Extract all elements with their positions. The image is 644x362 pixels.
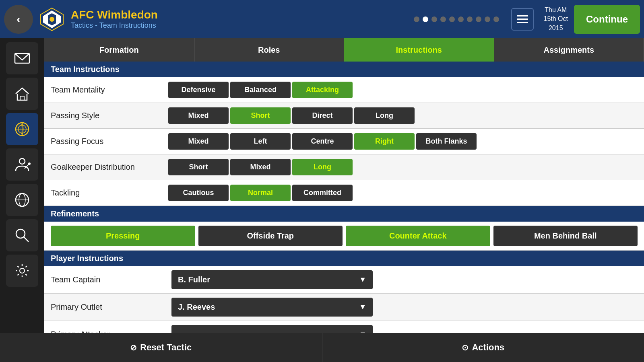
option-btn-right[interactable]: Right [354,133,415,150]
row-label: Passing Style [44,111,165,120]
page-dot-6[interactable] [467,16,473,22]
option-btn-long[interactable]: Long [292,159,353,175]
row-label: Tackling [44,188,165,197]
sidebar [0,38,44,333]
instruction-row: Passing FocusMixedLeftCentreRightBoth Fl… [44,129,644,154]
page-dot-8[interactable] [485,16,490,22]
player-dropdown[interactable]: -▼ [171,325,373,333]
tabs-bar: FormationRolesInstructionsAssignments [44,38,644,62]
team-instructions-header: Team Instructions [44,62,644,77]
refinement-btn-counter-attack[interactable]: Counter Attack [346,226,490,246]
option-btn-mixed[interactable]: Mixed [168,133,229,150]
player-row: Primary OutletJ. Reeves▼ [44,294,644,321]
sidebar-item-search[interactable] [6,219,38,251]
chevron-down-icon: ▼ [359,330,366,333]
reset-tactic-button[interactable]: ⊘ Reset Tactic [0,333,322,362]
date-line2: 15th Oct [544,14,568,23]
instruction-rows: Team MentalityDefensiveBalancedAttacking… [44,77,644,206]
player-instructions-header: Player Instructions [44,251,644,266]
instruction-row: Passing StyleMixedShortDirectLong [44,103,644,129]
sidebar-item-world[interactable] [6,184,38,216]
inner-content: Team Instructions Team MentalityDefensiv… [44,62,644,333]
reset-label: Reset Tactic [140,342,192,353]
player-dropdown[interactable]: J. Reeves▼ [171,298,373,317]
player-row: Team CaptainB. Fuller▼ [44,266,644,294]
sidebar-item-home[interactable] [6,78,38,110]
option-group: MixedLeftCentreRightBoth Flanks [165,130,644,153]
back-icon: ‹ [17,13,20,26]
player-rows: Team CaptainB. Fuller▼Primary OutletJ. R… [44,266,644,333]
actions-icon: ⊙ [462,343,469,352]
option-btn-short[interactable]: Short [230,107,291,124]
club-name: AFC Wimbledon [71,8,406,21]
option-btn-short[interactable]: Short [168,159,229,175]
bottom-bar: ⊘ Reset Tactic ⊙ Actions [0,333,644,362]
option-btn-attacking[interactable]: Attacking [292,82,353,98]
sidebar-item-tactics[interactable] [6,113,38,145]
player-row-label: Primary Outlet [51,302,171,312]
sidebar-item-manager[interactable] [6,148,38,181]
player-dropdown[interactable]: B. Fuller▼ [171,270,373,289]
player-row: Primary Attacker-▼ [44,321,644,333]
option-btn-balanced[interactable]: Balanced [230,82,291,98]
content-area: FormationRolesInstructionsAssignments Te… [44,38,644,333]
option-btn-long[interactable]: Long [354,107,415,124]
main-layout: FormationRolesInstructionsAssignments Te… [0,38,644,333]
svg-point-9 [19,158,25,164]
page-dot-7[interactable] [476,16,481,22]
option-btn-mixed[interactable]: Mixed [230,159,291,175]
svg-rect-4 [20,96,24,100]
option-group: ShortMixedLong [165,156,644,179]
sidebar-item-mail[interactable] [6,42,38,74]
page-dot-5[interactable] [458,16,464,22]
refinement-btn-men-behind-ball[interactable]: Men Behind Ball [493,226,638,246]
continue-button[interactable]: Continue [574,5,640,34]
date-line3: 2015 [544,24,568,33]
svg-point-11 [28,162,31,165]
refinements-row: PressingOffside TrapCounter AttackMen Be… [44,222,644,251]
club-badge [38,5,66,33]
instruction-row: Team MentalityDefensiveBalancedAttacking [44,77,644,103]
option-group: MixedShortDirectLong [165,104,644,127]
date-line1: Thu AM [544,6,568,14]
tab-roles[interactable]: Roles [194,38,345,62]
club-subtitle: Tactics - Team Instructions [71,21,406,30]
refinement-btn-offside-trap[interactable]: Offside Trap [198,226,343,246]
option-btn-centre[interactable]: Centre [292,133,353,150]
page-dots [414,16,499,22]
option-group: CautiousNormalCommitted [165,181,644,204]
option-group: DefensiveBalancedAttacking [165,78,644,101]
back-button[interactable]: ‹ [4,5,33,34]
player-row-label: Primary Attacker [51,330,171,333]
page-dot-4[interactable] [449,16,455,22]
tab-instructions[interactable]: Instructions [344,38,494,62]
tab-formation[interactable]: Formation [44,38,194,62]
svg-point-2 [50,17,54,22]
option-btn-cautious[interactable]: Cautious [168,185,229,201]
option-btn-mixed[interactable]: Mixed [168,107,229,124]
option-btn-left[interactable]: Left [230,133,291,150]
option-btn-direct[interactable]: Direct [292,107,353,124]
option-btn-defensive[interactable]: Defensive [168,82,229,98]
page-dot-0[interactable] [414,16,419,22]
option-btn-normal[interactable]: Normal [230,185,291,201]
instruction-row: TacklingCautiousNormalCommitted [44,180,644,206]
sidebar-item-settings[interactable] [6,255,38,287]
row-label: Goalkeeper Distribution [44,162,165,172]
svg-point-17 [20,268,25,273]
page-dot-3[interactable] [440,16,446,22]
date-display: Thu AM 15th Oct 2015 [544,6,568,33]
option-btn-committed[interactable]: Committed [292,185,353,201]
dropdown-value: J. Reeves [178,302,215,312]
actions-button[interactable]: ⊙ Actions [322,333,644,362]
page-dot-9[interactable] [493,16,499,22]
page-dot-1[interactable] [423,16,428,22]
menu-line [517,15,528,16]
page-dot-2[interactable] [431,16,437,22]
refinement-btn-pressing[interactable]: Pressing [51,226,195,246]
option-btn-both-flanks[interactable]: Both Flanks [416,133,477,150]
menu-button[interactable] [511,8,534,31]
reset-icon: ⊘ [130,343,137,352]
tab-assignments[interactable]: Assignments [494,38,644,62]
menu-line [517,22,528,23]
